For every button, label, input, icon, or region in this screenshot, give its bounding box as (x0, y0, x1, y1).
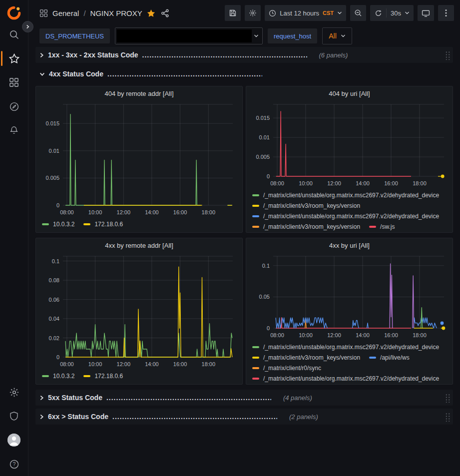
compass-icon (9, 101, 19, 112)
legend-item[interactable]: 10.0.3.2 (42, 373, 74, 380)
refresh-interval-dropdown[interactable]: 30s (387, 5, 414, 21)
svg-text:18:00: 18:00 (202, 361, 216, 367)
legend-item[interactable]: /_matrix/client/v3/room_keys/version (252, 354, 360, 361)
legend-series-label: /_matrix/client/unstable/org.matrix.msc2… (263, 192, 439, 199)
clock-icon (269, 9, 276, 17)
timeseries-chart[interactable]: 00.0050.010.01508:0010:0012:0014:0016:00… (250, 100, 449, 189)
row-drag-handle[interactable] (445, 412, 450, 422)
timeseries-chart[interactable]: 00.050.108:0010:0012:0014:0016:0018:00 (250, 252, 449, 341)
legend-item[interactable]: 10.0.3.2 (42, 221, 74, 228)
sidebar-item-explore[interactable] (0, 94, 28, 118)
legend-item[interactable]: 172.18.0.6 (83, 221, 123, 228)
row-header-1xx-3xx-2xx[interactable]: 1xx - 3xx - 2xx Status Code ............… (35, 47, 453, 63)
row-drag-handle[interactable] (445, 50, 450, 60)
svg-text:08:00: 08:00 (270, 180, 284, 186)
time-range-picker[interactable]: Last 12 hours CST (265, 5, 346, 21)
panel-legend: /_matrix/client/unstable/org.matrix.msc2… (250, 189, 449, 233)
panel-title[interactable]: 4xx by remote addr [All] (40, 238, 238, 252)
panel-legend: 10.0.3.2172.18.0.6 (40, 370, 238, 380)
chevron-down-icon (337, 11, 342, 15)
dashboard-scroll-area: 1xx - 3xx - 2xx Status Code ............… (28, 46, 460, 476)
sidebar-item-server-admin[interactable] (0, 404, 28, 428)
breadcrumb: General / NGINX PROXY (39, 9, 169, 17)
svg-text:0.04: 0.04 (49, 316, 59, 322)
legend-item[interactable]: /sw.js (369, 223, 395, 230)
sidebar-item-starred[interactable] (0, 46, 28, 70)
legend-series-dash (252, 357, 259, 359)
panel-title[interactable]: 404 by uri [All] (250, 86, 449, 100)
grafana-logo[interactable] (6, 5, 21, 20)
panel-legend: /_matrix/client/unstable/org.matrix.msc2… (250, 341, 449, 385)
svg-text:0.06: 0.06 (49, 297, 59, 303)
svg-text:0: 0 (267, 173, 270, 179)
panel-4xx-by-uri: 4xx by uri [All] 00.050.108:0010:0012:00… (246, 238, 453, 385)
svg-text:0: 0 (56, 354, 59, 360)
svg-text:10:00: 10:00 (299, 180, 313, 186)
request-host-variable-value: All (329, 32, 337, 40)
timeseries-chart[interactable]: 00.020.040.060.080.108:0010:0012:0014:00… (40, 252, 238, 370)
legend-item[interactable]: /_matrix/client/unstable/org.matrix.msc2… (252, 213, 439, 220)
chevron-down-icon (341, 34, 346, 38)
legend-series-dash (252, 205, 259, 207)
share-icon[interactable] (161, 9, 169, 17)
row-leader-dots: ........................................… (106, 394, 271, 402)
sidebar-item-alerting[interactable] (0, 118, 28, 142)
time-range-label: Last 12 hours (280, 9, 319, 17)
sidebar-item-configuration[interactable] (0, 380, 28, 404)
legend-item[interactable]: /_matrix/client/v3/room_keys/version (252, 223, 360, 230)
svg-text:0: 0 (56, 202, 59, 208)
legend-series-label: 10.0.3.2 (53, 373, 74, 380)
breadcrumb-folder[interactable]: General (52, 9, 79, 17)
row-header-6xx[interactable]: 6xx > Status Code ......................… (35, 409, 453, 425)
legend-item[interactable]: /_matrix/client/unstable/org.matrix.msc2… (252, 344, 439, 351)
refresh-button[interactable] (370, 5, 386, 21)
datasource-variable-value-redacted (117, 29, 252, 42)
chevron-right-icon (39, 414, 44, 420)
row-title: 4xx Status Code (49, 70, 103, 78)
row-drag-handle[interactable] (445, 393, 450, 403)
sidebar-item-dashboards[interactable] (0, 70, 28, 94)
legend-item[interactable]: /_matrix/client/unstable/org.matrix.msc2… (252, 192, 439, 199)
svg-text:0.005: 0.005 (256, 154, 270, 160)
request-host-variable-dropdown[interactable]: All (322, 27, 352, 44)
svg-text:12:00: 12:00 (117, 361, 131, 367)
star-icon (9, 53, 19, 64)
datasource-variable-dropdown[interactable] (115, 27, 263, 44)
legend-item[interactable]: /_matrix/client/v3/room_keys/version (252, 202, 360, 209)
legend-series-label: /api/live/ws (380, 354, 410, 361)
save-dashboard-button[interactable] (225, 5, 241, 21)
toolbar: Last 12 hours CST 30s (225, 5, 454, 21)
row-panel-count: (2 panels) (289, 413, 318, 421)
row-title: 5xx Status Code (48, 394, 102, 402)
svg-text:12:00: 12:00 (117, 209, 131, 215)
panel-title[interactable]: 404 by remote addr [All] (40, 86, 238, 100)
legend-series-dash (42, 375, 49, 377)
bell-icon (9, 125, 19, 135)
legend-series-dash (369, 226, 376, 228)
panel-title[interactable]: 4xx by uri [All] (250, 238, 449, 252)
svg-text:10:00: 10:00 (88, 209, 102, 215)
zoom-out-time-button[interactable] (350, 5, 366, 21)
svg-text:0.015: 0.015 (256, 115, 270, 121)
legend-item[interactable]: 172.18.0.6 (83, 373, 123, 380)
legend-series-dash (252, 378, 259, 380)
svg-text:0.01: 0.01 (259, 134, 270, 140)
legend-item[interactable]: /_matrix/client/unstable/org.matrix.msc2… (252, 375, 439, 382)
legend-item[interactable]: /_matrix/client/r0/sync (252, 365, 321, 372)
dashboard-settings-button[interactable] (245, 5, 261, 21)
sidebar-item-profile[interactable] (0, 428, 28, 452)
sidebar-item-help[interactable]: ? (0, 452, 28, 476)
legend-series-dash (252, 215, 259, 217)
favorite-star-icon[interactable] (147, 9, 155, 17)
cycle-view-mode-button[interactable] (418, 5, 434, 21)
svg-text:0.1: 0.1 (262, 263, 270, 269)
sidebar-expand-button[interactable] (22, 21, 33, 32)
legend-series-label: /_matrix/client/v3/room_keys/version (263, 223, 360, 230)
row-header-5xx[interactable]: 5xx Status Code ........................… (35, 390, 453, 406)
legend-item[interactable]: /api/live/ws (369, 354, 410, 361)
kebab-menu-button[interactable] (438, 5, 454, 21)
main-area: General / NGINX PROXY Last 12 hours CST (28, 0, 460, 476)
row-header-4xx[interactable]: 4xx Status Code ........................… (35, 66, 453, 82)
timeseries-chart[interactable]: 00.0050.010.01508:0010:0012:0014:0016:00… (40, 100, 238, 218)
sidebar: ? (0, 0, 28, 476)
